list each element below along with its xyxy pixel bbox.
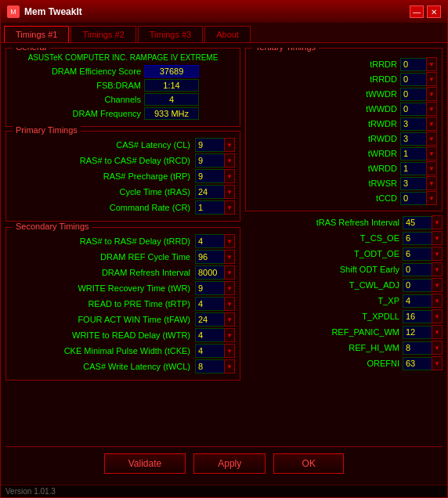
rb-tras-input[interactable] [403,216,432,229]
tert-trrdd-input[interactable] [400,73,427,86]
tert-twwdr-arrow[interactable]: ▼ [426,87,437,101]
tert-trrdr-arrow[interactable]: ▼ [426,57,437,71]
rb-tras-dropdown: ▼ [403,215,443,229]
rb-txp-input[interactable] [403,294,432,308]
tert-twwdd-input[interactable] [400,103,427,116]
sec-tcke-input[interactable] [195,344,225,358]
sec-ref-cycle-arrow[interactable]: ▼ [224,250,235,264]
rb-todtoe-arrow[interactable]: ▼ [432,247,443,261]
tert-tccd-arrow[interactable]: ▼ [426,191,437,205]
rb-tcwladj-arrow[interactable]: ▼ [432,278,443,292]
rb-refpanic-arrow[interactable]: ▼ [432,325,443,339]
timing-trp-row: RAS# Precharge (tRP) ▼ [11,169,235,183]
timing-trcd-arrow[interactable]: ▼ [224,153,235,168]
timing-trcd-input[interactable] [195,153,225,168]
ok-button[interactable]: OK [273,453,344,474]
sec-ref-cycle-input[interactable] [195,250,225,264]
rb-tcsoe-arrow[interactable]: ▼ [432,231,443,245]
rb-refhi-arrow[interactable]: ▼ [432,341,443,355]
sec-trtp-input[interactable] [195,297,225,311]
sec-ref-interval-arrow[interactable]: ▼ [224,265,235,280]
rb-txpdll-input[interactable] [403,310,432,323]
tert-twrdr-label: tWRDR [350,149,397,158]
rb-tcsoe-input[interactable] [403,232,432,245]
rb-txp-arrow[interactable]: ▼ [432,294,443,308]
sec-trrd-arrow[interactable]: ▼ [224,234,235,248]
tert-trwdr-arrow[interactable]: ▼ [426,117,437,131]
sec-tfaw-arrow[interactable]: ▼ [224,312,235,327]
tertiary-timings-group: Tertiary Timings tRRDR ▼ tRRDD ▼ [245,48,443,211]
timing-cr-arrow[interactable]: ▼ [224,200,235,215]
sec-tfaw-input[interactable] [195,312,225,327]
tert-twwdd-label: tWWDD [350,104,397,114]
timing-tras-arrow[interactable]: ▼ [224,185,235,199]
rb-refhi-input[interactable] [403,341,432,355]
tert-trrdd-label: tRRDD [350,74,397,84]
rb-orefni-label: OREFNI [313,359,399,368]
sec-twr-input[interactable] [195,281,225,295]
rb-refpanic-input[interactable] [403,326,432,339]
tert-trwdd-dropdown: ▼ [400,132,437,146]
rb-shiftodt-input[interactable] [403,263,432,276]
timing-cl-arrow[interactable]: ▼ [224,138,235,152]
sec-tfaw-dropdown: ▼ [195,312,235,327]
tab-timings1[interactable]: Timings #1 [4,26,69,42]
tert-trwdd-input[interactable] [400,132,427,146]
validate-button[interactable]: Validate [104,453,186,474]
tert-trrdd-arrow[interactable]: ▼ [426,72,437,86]
rb-todtoe-input[interactable] [403,247,432,261]
tert-twrdd-input[interactable] [400,162,427,175]
rb-txpdll-arrow[interactable]: ▼ [432,309,443,323]
timing-trp-input[interactable] [195,169,225,183]
tert-trwsr-input[interactable] [400,177,427,190]
dram-efficiency-label: DRAM Efficiency Score [47,67,141,76]
sec-twcl-row: CAS# Write Latency (tWCL) ▼ [11,359,235,374]
version-text: Version 1.01.3 [5,487,56,496]
sec-twcl-input[interactable] [195,359,225,374]
timing-tras-input[interactable] [195,185,225,199]
bottom-bar: Validate Apply OK [5,446,443,480]
rb-tras-arrow[interactable]: ▼ [432,215,443,229]
rb-shiftodt-arrow[interactable]: ▼ [432,262,443,276]
sec-ref-interval-input[interactable] [195,265,225,280]
rb-shiftodt-dropdown: ▼ [403,262,443,276]
rb-orefni-input[interactable] [403,357,432,370]
timing-trp-arrow[interactable]: ▼ [224,169,235,183]
minimize-button[interactable]: — [410,5,424,18]
sec-trrd-input[interactable] [195,234,225,248]
sec-tfaw-row: FOUR ACT WIN Time (tFAW) ▼ [11,312,235,327]
tert-twrdd-arrow[interactable]: ▼ [426,161,437,175]
rb-shiftodt-row: Shift ODT Early ▼ [245,262,443,276]
tert-trwsr-arrow[interactable]: ▼ [426,176,437,190]
tert-twwdd-arrow[interactable]: ▼ [426,102,437,116]
sec-twtr-arrow[interactable]: ▼ [224,328,235,342]
tert-twwdr-input[interactable] [400,88,427,101]
tert-twrdr-input[interactable] [400,147,427,161]
sec-ref-interval-row: DRAM Refresh Interval ▼ [11,265,235,280]
close-button[interactable]: ✕ [427,5,441,18]
tert-twwdr-dropdown: ▼ [400,87,437,101]
sec-trrd-label: RAS# to RAS# Delay (tRRD) [11,236,195,246]
tert-twrdr-arrow[interactable]: ▼ [426,146,437,161]
sec-ref-interval-dropdown: ▼ [195,265,235,280]
apply-button[interactable]: Apply [193,453,266,474]
sec-tcke-arrow[interactable]: ▼ [224,344,235,358]
timing-cl-input[interactable] [195,138,225,152]
timing-cr-input[interactable] [195,200,225,215]
tert-trrdr-input[interactable] [400,58,427,71]
sec-twcl-arrow[interactable]: ▼ [224,359,235,374]
sec-twtr-label: WRITE to READ Delay (tWTR) [11,330,195,340]
tab-timings2[interactable]: Timings #2 [70,26,135,42]
tert-trwdd-arrow[interactable]: ▼ [426,132,437,146]
window-title: Mem TweakIt [24,6,82,17]
sec-trtp-arrow[interactable]: ▼ [224,297,235,311]
tab-timings3[interactable]: Timings #3 [138,26,203,42]
tab-about[interactable]: About [204,26,251,42]
sec-twr-arrow[interactable]: ▼ [224,281,235,295]
tert-trwdr-input[interactable] [400,117,427,131]
tert-tccd-input[interactable] [400,192,427,205]
rb-orefni-arrow[interactable]: ▼ [432,356,443,370]
rb-tcwladj-input[interactable] [403,279,432,292]
sec-twtr-input[interactable] [195,328,225,342]
rb-orefni-dropdown: ▼ [403,356,443,370]
